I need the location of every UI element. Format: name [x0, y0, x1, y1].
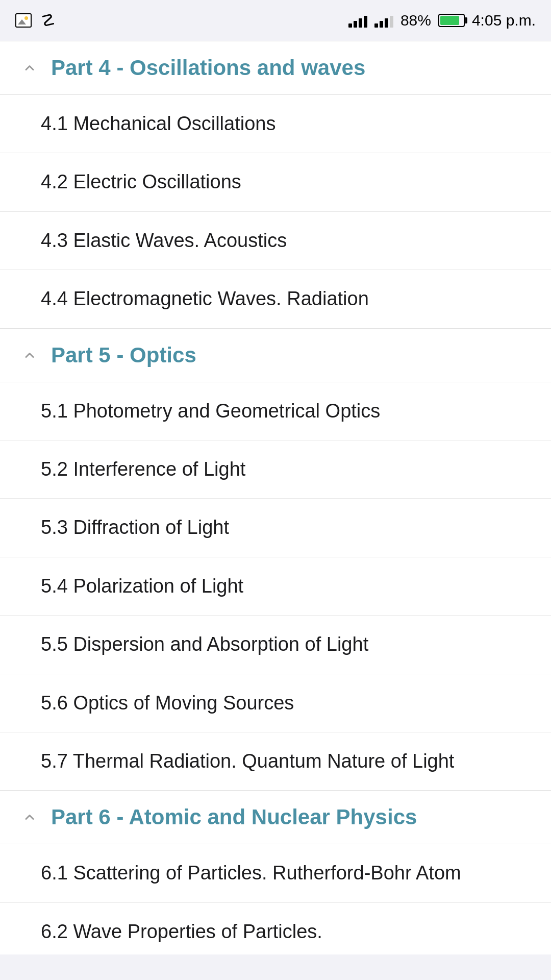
signal-bar: [364, 16, 367, 28]
image-icon: [15, 13, 32, 28]
item-label: 4.3 Elastic Waves. Acoustics: [41, 228, 287, 253]
signal-bar: [354, 21, 357, 28]
battery-icon: [438, 14, 465, 27]
status-left-icons: ☡: [15, 11, 56, 30]
item-5-2[interactable]: 5.2 Interference of Light: [0, 440, 551, 499]
item-label: 4.2 Electric Oscillations: [41, 169, 241, 194]
status-right-info: 88% 4:05 p.m.: [348, 12, 536, 29]
signal-bar: [374, 23, 378, 28]
part6-title: Part 6 - Atomic and Nuclear Physics: [51, 805, 417, 829]
signal-bar: [390, 16, 393, 28]
chevron-up-icon: [20, 59, 39, 77]
battery-fill: [440, 16, 459, 25]
item-label: 6.1 Scattering of Particles. Rutherford-…: [41, 861, 461, 886]
main-content: Part 4 - Oscillations and waves 4.1 Mech…: [0, 41, 551, 980]
signal-bar: [359, 18, 362, 28]
signal-bar: [348, 23, 352, 28]
item-label: 5.2 Interference of Light: [41, 457, 245, 482]
part4-group: Part 4 - Oscillations and waves 4.1 Mech…: [0, 41, 551, 328]
chevron-up-icon: [20, 346, 39, 364]
signal-bars-1: [348, 13, 367, 28]
part5-header[interactable]: Part 5 - Optics: [0, 329, 551, 382]
part6-group: Part 6 - Atomic and Nuclear Physics 6.1 …: [0, 790, 551, 954]
item-5-4[interactable]: 5.4 Polarization of Light: [0, 557, 551, 616]
part5-group: Part 5 - Optics 5.1 Photometry and Geome…: [0, 328, 551, 791]
item-6-1[interactable]: 6.1 Scattering of Particles. Rutherford-…: [0, 844, 551, 902]
item-label: 4.1 Mechanical Oscillations: [41, 111, 276, 136]
signal-bar: [385, 18, 388, 28]
item-label: 6.2 Wave Properties of Particles.: [41, 919, 322, 944]
item-label: 4.4 Electromagnetic Waves. Radiation: [41, 286, 369, 311]
item-4-3[interactable]: 4.3 Elastic Waves. Acoustics: [0, 212, 551, 270]
item-5-1[interactable]: 5.1 Photometry and Geometrical Optics: [0, 382, 551, 440]
part4-title: Part 4 - Oscillations and waves: [51, 56, 365, 80]
usb-icon: ☡: [41, 11, 56, 30]
signal-bar: [380, 21, 383, 28]
item-label: 5.1 Photometry and Geometrical Optics: [41, 399, 380, 424]
item-label: 5.3 Diffraction of Light: [41, 515, 229, 540]
battery-percent: 88%: [400, 12, 431, 29]
part6-header[interactable]: Part 6 - Atomic and Nuclear Physics: [0, 791, 551, 844]
item-label: 5.5 Dispersion and Absorption of Light: [41, 632, 368, 657]
item-label: 5.4 Polarization of Light: [41, 574, 243, 599]
part4-header[interactable]: Part 4 - Oscillations and waves: [0, 41, 551, 95]
signal-bars-2: [374, 13, 393, 28]
item-label: 5.6 Optics of Moving Sources: [41, 691, 294, 716]
status-bar: ☡ 88% 4:05 p.m.: [0, 0, 551, 41]
item-6-2[interactable]: 6.2 Wave Properties of Particles.: [0, 903, 551, 954]
part5-title: Part 5 - Optics: [51, 343, 196, 368]
item-4-1[interactable]: 4.1 Mechanical Oscillations: [0, 95, 551, 153]
item-4-2[interactable]: 4.2 Electric Oscillations: [0, 153, 551, 211]
item-label: 5.7 Thermal Radiation. Quantum Nature of…: [41, 749, 454, 774]
item-5-7[interactable]: 5.7 Thermal Radiation. Quantum Nature of…: [0, 732, 551, 790]
item-4-4[interactable]: 4.4 Electromagnetic Waves. Radiation: [0, 270, 551, 328]
item-5-3[interactable]: 5.3 Diffraction of Light: [0, 499, 551, 557]
clock: 4:05 p.m.: [472, 12, 536, 29]
item-5-5[interactable]: 5.5 Dispersion and Absorption of Light: [0, 616, 551, 674]
chevron-up-icon: [20, 808, 39, 826]
item-5-6[interactable]: 5.6 Optics of Moving Sources: [0, 674, 551, 732]
